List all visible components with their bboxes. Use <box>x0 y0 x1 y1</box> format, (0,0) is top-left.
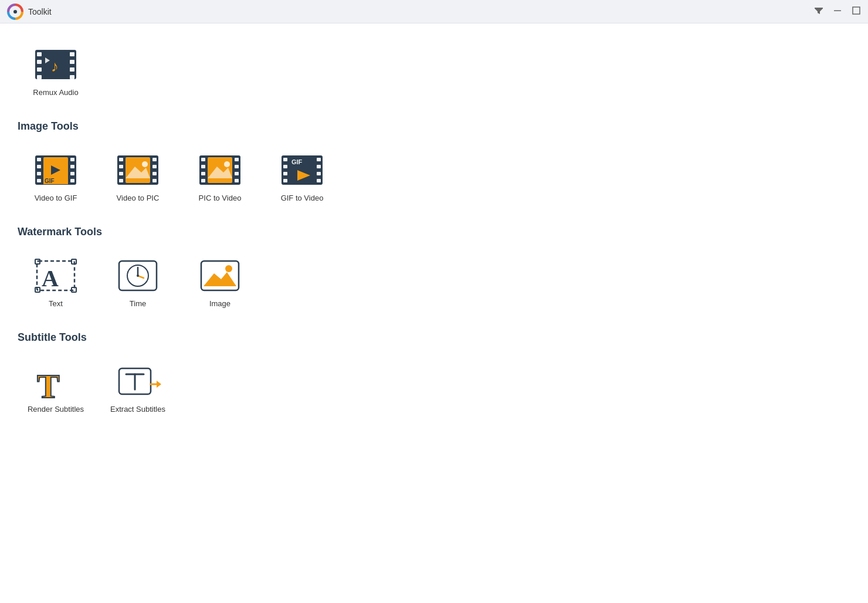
svg-rect-21 <box>37 179 41 182</box>
svg-rect-33 <box>119 172 123 175</box>
svg-rect-22 <box>70 158 74 161</box>
svg-rect-8 <box>37 67 42 72</box>
video-to-gif-tool[interactable]: GIF Video to GIF <box>18 147 94 208</box>
svg-rect-59 <box>317 158 321 161</box>
video-to-gif-label: Video to GIF <box>35 194 77 202</box>
render-subtitles-tool[interactable]: T T Render Subtitles <box>18 358 94 419</box>
svg-rect-7 <box>37 60 42 64</box>
render-subtitles-label: Render Subtitles <box>28 405 84 414</box>
svg-rect-43 <box>201 158 205 161</box>
svg-rect-31 <box>119 158 123 161</box>
pic-to-video-tool[interactable]: PIC to Video <box>182 147 258 208</box>
svg-rect-20 <box>37 172 41 175</box>
pic-to-video-label: PIC to Video <box>199 194 242 202</box>
svg-rect-58 <box>283 179 287 182</box>
remux-audio-label: Remux Audio <box>33 88 78 97</box>
svg-rect-57 <box>283 172 287 175</box>
svg-marker-87 <box>157 381 161 388</box>
remux-audio-icon: ♪ <box>32 47 79 82</box>
svg-rect-35 <box>152 158 157 161</box>
extract-subtitles-icon <box>114 364 161 399</box>
render-subtitles-icon: T T <box>32 364 79 399</box>
svg-text:T: T <box>37 367 60 399</box>
svg-rect-36 <box>152 165 157 168</box>
svg-text:GIF: GIF <box>45 178 55 184</box>
watermark-image-tool[interactable]: Image <box>182 252 258 314</box>
svg-text:♪: ♪ <box>51 57 59 75</box>
watermark-image-icon <box>196 258 243 293</box>
svg-rect-38 <box>152 179 157 182</box>
svg-text:GIF: GIF <box>291 158 303 165</box>
svg-rect-46 <box>201 179 205 182</box>
video-to-pic-label: Video to PIC <box>117 194 160 202</box>
watermark-tools-section: Watermark Tools A Text <box>18 226 850 314</box>
svg-point-40 <box>142 161 148 167</box>
svg-rect-18 <box>37 158 41 161</box>
subtitle-tools-section: Subtitle Tools T T Render Subtitles <box>18 331 850 419</box>
gif-to-video-label: GIF to Video <box>281 194 324 202</box>
svg-rect-48 <box>235 165 239 168</box>
image-tools-section: Image Tools <box>18 120 850 208</box>
svg-rect-24 <box>70 172 74 175</box>
svg-rect-37 <box>152 172 157 175</box>
watermark-text-icon: A <box>32 258 79 293</box>
svg-rect-3 <box>834 11 841 12</box>
svg-rect-50 <box>235 179 239 182</box>
svg-rect-4 <box>853 7 860 14</box>
svg-rect-49 <box>235 172 239 175</box>
subtitle-tools-grid: T T Render Subtitles Extract Subtitle <box>18 358 850 419</box>
titlebar: Toolkit <box>0 0 868 23</box>
svg-rect-25 <box>70 179 74 182</box>
extract-subtitles-tool[interactable]: Extract Subtitles <box>100 358 176 419</box>
maximize-button[interactable] <box>852 6 861 17</box>
video-to-gif-icon: GIF <box>32 153 79 188</box>
svg-rect-11 <box>70 60 74 64</box>
watermark-text-tool[interactable]: A Text <box>18 252 94 314</box>
video-to-pic-tool[interactable]: Video to PIC <box>100 147 176 208</box>
remux-section: ♪ Remux Audio <box>18 41 850 103</box>
gif-to-video-icon: GIF <box>279 153 326 188</box>
svg-rect-13 <box>70 75 74 79</box>
svg-rect-12 <box>70 67 74 72</box>
svg-rect-19 <box>37 165 41 168</box>
minimize-button[interactable] <box>833 6 842 17</box>
svg-rect-44 <box>201 165 205 168</box>
svg-rect-55 <box>283 158 287 161</box>
svg-text:A: A <box>42 265 59 292</box>
watermark-time-icon <box>114 258 161 293</box>
svg-rect-32 <box>119 165 123 168</box>
video-to-pic-icon <box>114 153 161 188</box>
svg-point-2 <box>13 10 17 13</box>
svg-rect-34 <box>119 179 123 182</box>
gif-to-video-tool[interactable]: GIF GIF to Video <box>264 147 340 208</box>
svg-rect-62 <box>317 179 321 182</box>
watermark-tools-grid: A Text <box>18 252 850 314</box>
svg-point-52 <box>224 161 230 167</box>
svg-rect-45 <box>201 172 205 175</box>
remux-tools-grid: ♪ Remux Audio <box>18 41 850 103</box>
svg-marker-80 <box>204 272 236 286</box>
app-title: Toolkit <box>28 7 52 16</box>
svg-point-77 <box>137 275 139 277</box>
svg-rect-23 <box>70 165 74 168</box>
remux-audio-tool[interactable]: ♪ Remux Audio <box>18 41 94 103</box>
filter-icon[interactable] <box>814 6 823 17</box>
watermark-text-label: Text <box>49 299 63 308</box>
main-content: ♪ Remux Audio Image Tools <box>0 23 868 603</box>
svg-rect-56 <box>283 165 287 168</box>
svg-rect-61 <box>317 172 321 175</box>
svg-rect-60 <box>317 165 321 168</box>
watermark-tools-title: Watermark Tools <box>18 226 850 238</box>
titlebar-controls <box>814 6 861 17</box>
image-tools-title: Image Tools <box>18 120 850 133</box>
pic-to-video-icon <box>196 153 243 188</box>
watermark-time-tool[interactable]: Time <box>100 252 176 314</box>
svg-rect-9 <box>37 75 42 79</box>
svg-rect-47 <box>235 158 239 161</box>
extract-subtitles-label: Extract Subtitles <box>110 405 165 414</box>
svg-point-79 <box>225 265 232 272</box>
app-logo-icon <box>7 4 23 20</box>
titlebar-left: Toolkit <box>7 4 52 20</box>
image-tools-grid: GIF Video to GIF <box>18 147 850 208</box>
watermark-time-label: Time <box>130 299 146 308</box>
